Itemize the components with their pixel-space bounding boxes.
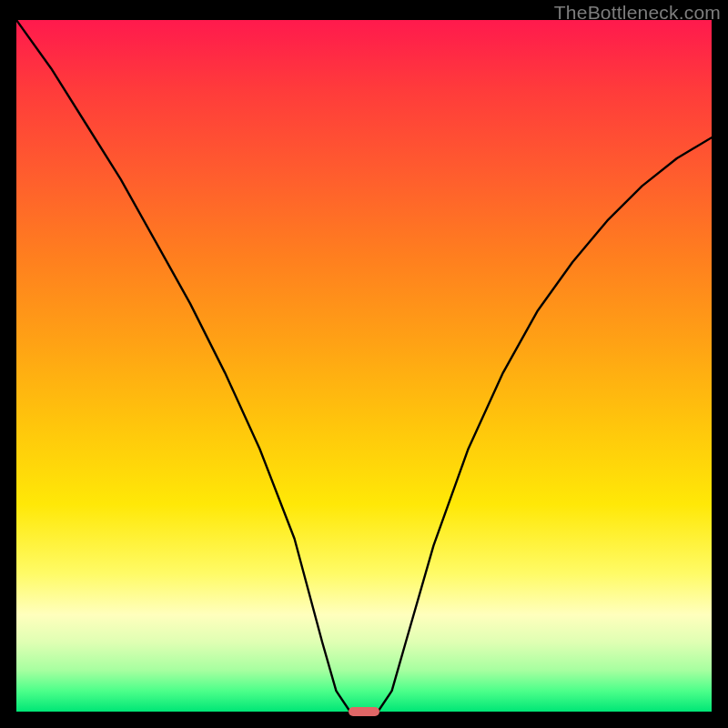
chart-frame: TheBottleneck.com: [0, 0, 728, 728]
optimum-marker: [349, 707, 379, 717]
bottleneck-curve: [16, 20, 712, 712]
curve-path: [16, 20, 712, 712]
plot-area: [16, 20, 712, 712]
